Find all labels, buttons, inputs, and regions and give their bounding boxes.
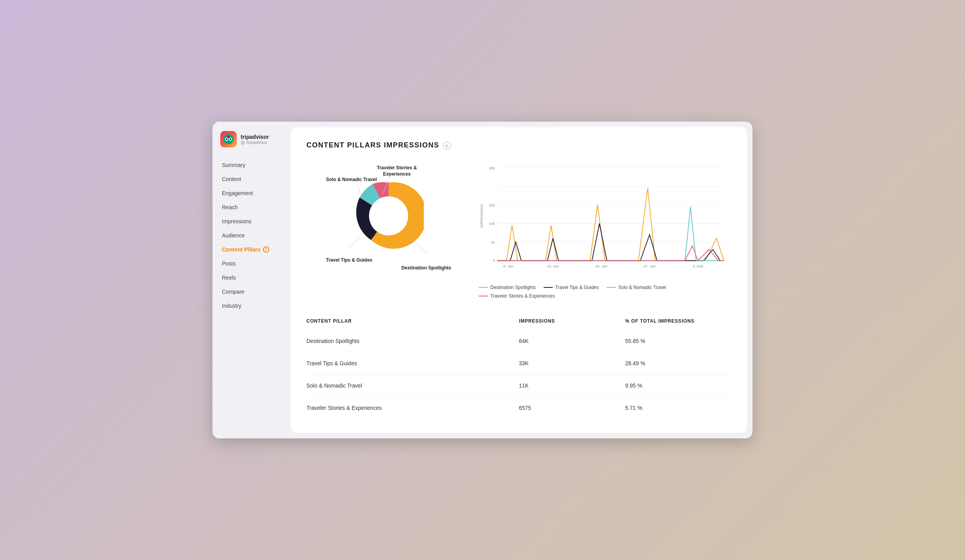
line-chart-svg: 20k 15k 10k 5k 0 IMPRESSIONS 6. Jan 13. … <box>479 161 731 278</box>
impressions-table: CONTENT PILLAR IMPRESSIONS % OF TOTAL IM… <box>306 314 731 419</box>
sidebar-item-summary[interactable]: Summary <box>217 158 286 172</box>
legend-traveler-stories: Traveler Stories & Experiences <box>479 293 555 299</box>
donut-chart-area: Traveler Stories &Experiences Solo & Nom… <box>306 161 471 286</box>
legend-line-teal <box>607 287 616 288</box>
line-chart-area: 20k 15k 10k 5k 0 IMPRESSIONS 6. Jan 13. … <box>479 161 731 299</box>
svg-text:3. Feb: 3. Feb <box>693 264 703 268</box>
svg-text:5k: 5k <box>491 240 495 244</box>
sidebar-navigation: Summary Content Engagement Reach Impress… <box>212 158 291 312</box>
donut-label-destination: Destination Spotlights <box>401 265 451 271</box>
legend-travel-tips: Travel Tips & Guides <box>544 285 599 290</box>
logo-handle: @ /tripadvisor <box>241 140 269 145</box>
impressions-traveler-stories: 6575 <box>519 397 625 419</box>
percent-travel-tips: 28.49 % <box>625 352 732 375</box>
table-header-pillar: CONTENT PILLAR <box>306 314 519 330</box>
pillar-traveler-stories: Traveler Stories & Experiences <box>306 397 519 419</box>
logo-name: tripadvisor <box>241 134 269 140</box>
legend-destination-spotlights: Destination Spotlights <box>479 285 536 290</box>
charts-row: Traveler Stories &Experiences Solo & Nom… <box>306 161 731 299</box>
percent-destination: 55.85 % <box>625 330 732 352</box>
legend-line-dark <box>544 287 553 288</box>
legend-line-pink <box>479 296 488 296</box>
sidebar-item-reels[interactable]: Reels <box>217 271 286 284</box>
table-row: Traveler Stories & Experiences 6575 5.71… <box>306 397 731 419</box>
table-header-impressions: IMPRESSIONS <box>519 314 625 330</box>
svg-text:10k: 10k <box>489 221 495 226</box>
sidebar-item-content-pillars[interactable]: Content Pillars ? <box>217 243 286 256</box>
donut-label-travel-tips: Travel Tips & Guides <box>326 257 373 263</box>
sidebar-item-content[interactable]: Content <box>217 172 286 186</box>
svg-point-4 <box>230 138 231 140</box>
app-logo-icon <box>220 131 237 147</box>
sidebar-item-industry[interactable]: Industry <box>217 299 286 312</box>
sidebar-item-engagement[interactable]: Engagement <box>217 187 286 200</box>
sidebar-item-posts[interactable]: Posts <box>217 257 286 270</box>
svg-text:27. Jan: 27. Jan <box>643 264 655 268</box>
svg-text:15k: 15k <box>489 203 495 207</box>
sidebar-item-audience[interactable]: Audience <box>217 229 286 242</box>
impressions-solo: 11K <box>519 375 625 397</box>
percent-solo: 9.95 % <box>625 375 732 397</box>
svg-point-3 <box>226 138 227 140</box>
legend-line-orange <box>479 287 488 288</box>
app-container: tripadvisor @ /tripadvisor Summary Conte… <box>212 122 753 438</box>
svg-point-0 <box>223 134 234 144</box>
content-pillars-badge: ? <box>263 246 269 253</box>
main-content: CONTENT PILLARS IMPRESSIONS i Traveler S… <box>291 127 747 433</box>
info-icon[interactable]: i <box>443 142 451 149</box>
percent-traveler-stories: 5.71 % <box>625 397 732 419</box>
logo-text: tripadvisor @ /tripadvisor <box>241 134 269 145</box>
table-row: Destination Spotlights 64K 55.85 % <box>306 330 731 352</box>
svg-text:20k: 20k <box>489 166 495 170</box>
table-row: Travel Tips & Guides 33K 28.49 % <box>306 352 731 375</box>
donut-label-traveler: Traveler Stories &Experiences <box>377 165 417 177</box>
sidebar-item-compare[interactable]: Compare <box>217 285 286 298</box>
sidebar-logo: tripadvisor @ /tripadvisor <box>212 131 291 158</box>
donut-svg <box>353 181 424 251</box>
svg-point-5 <box>227 136 230 138</box>
sidebar-item-impressions[interactable]: Impressions <box>217 215 286 228</box>
svg-text:0: 0 <box>493 258 495 262</box>
svg-text:6. Jan: 6. Jan <box>503 264 513 268</box>
svg-point-6 <box>369 196 408 235</box>
sidebar: tripadvisor @ /tripadvisor Summary Conte… <box>212 122 291 438</box>
pillar-destination: Destination Spotlights <box>306 330 519 352</box>
sidebar-item-reach[interactable]: Reach <box>217 201 286 214</box>
pillar-solo: Solo & Nomadic Travel <box>306 375 519 397</box>
legend-solo-travel: Solo & Nomadic Travel <box>607 285 666 290</box>
impressions-destination: 64K <box>519 330 625 352</box>
svg-text:13. Jan: 13. Jan <box>547 264 559 268</box>
svg-text:IMPRESSIONS: IMPRESSIONS <box>480 205 484 228</box>
page-title: CONTENT PILLARS IMPRESSIONS i <box>306 141 731 149</box>
table-row: Solo & Nomadic Travel 11K 9.95 % <box>306 375 731 397</box>
impressions-travel-tips: 33K <box>519 352 625 375</box>
pillar-travel-tips: Travel Tips & Guides <box>306 352 519 375</box>
chart-legend: Destination Spotlights Travel Tips & Gui… <box>479 285 731 299</box>
table-header-percent: % OF TOTAL IMPRESSIONS <box>625 314 732 330</box>
svg-text:20. Jan: 20. Jan <box>595 264 607 268</box>
